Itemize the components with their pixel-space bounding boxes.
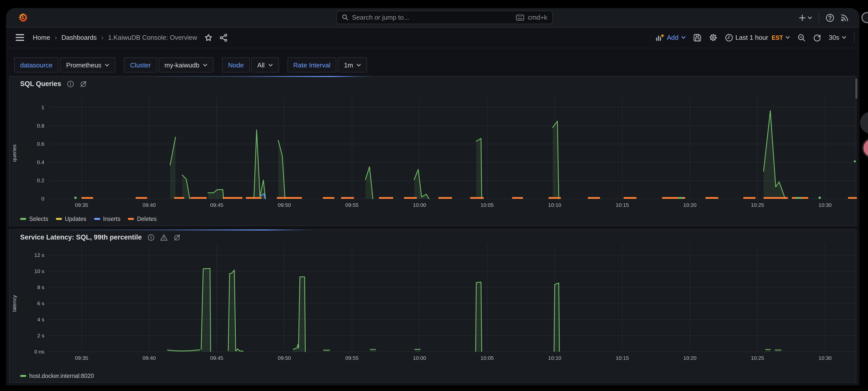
variable-rate-interval: Rate Interval 1m <box>287 57 367 72</box>
series-area <box>278 140 285 199</box>
y-axis-label: latency <box>11 295 17 312</box>
variable-value-dropdown[interactable]: 1m <box>338 57 367 72</box>
sql-queries-chart[interactable]: 00.20.40.60.8109:3509:4009:4509:5009:551… <box>9 76 857 226</box>
legend-item[interactable]: Inserts <box>94 216 120 222</box>
y-tick-label: 2 s <box>37 333 44 338</box>
service-latency-chart[interactable]: 0 ns2 s4 s6 s8 s10 s12 s09:3509:4009:450… <box>9 230 857 384</box>
y-axis-label: queries <box>11 144 17 162</box>
screenshot-stage: Search or jump to... cmd+k <box>0 0 868 391</box>
chevron-down-icon <box>203 63 208 67</box>
legend-label: host.docker.internal:8020 <box>29 373 94 379</box>
legend-item[interactable]: host.docker.internal:8020 <box>20 373 94 379</box>
y-tick-label: 6 s <box>37 300 44 306</box>
legend-color-pill <box>56 218 62 220</box>
x-tick-label: 09:50 <box>278 355 291 361</box>
panel-title: Service Latency: SQL, 99th percentile <box>20 233 142 241</box>
save-dashboard-button[interactable] <box>693 33 701 41</box>
rss-icon <box>841 13 849 22</box>
floating-pink-button-cutoff[interactable] <box>862 137 868 159</box>
variable-cluster: Cluster my-kaiwudb <box>124 57 214 72</box>
add-panel-label: Add <box>667 34 678 41</box>
news-rss-button[interactable] <box>841 13 849 22</box>
chevron-down-icon <box>105 63 110 67</box>
x-tick-label: 10:25 <box>751 202 764 208</box>
variable-label: datasource <box>20 61 53 69</box>
panel-sql-queries: SQL Queries 00.20.40.60.8109:3509:4009:4… <box>9 76 857 226</box>
search-input[interactable]: Search or jump to... cmd+k <box>336 10 553 24</box>
breadcrumb-dashboards[interactable]: Dashboards <box>61 34 97 41</box>
x-tick-label: 10:15 <box>616 202 629 208</box>
panel-header[interactable]: Service Latency: SQL, 99th percentile <box>20 233 181 241</box>
legend-color-pill <box>94 218 100 220</box>
search-shortcut: cmd+k <box>528 13 547 21</box>
help-button[interactable] <box>826 13 834 22</box>
panel-legend: host.docker.internal:8020 <box>20 373 94 379</box>
x-tick-label: 09:35 <box>75 202 88 208</box>
y-tick-label: 4 s <box>37 317 44 322</box>
add-panel-button[interactable]: Add <box>656 34 685 41</box>
y-tick-label: 0.4 <box>37 159 44 165</box>
x-tick-label: 10:20 <box>683 355 696 361</box>
page-scrollbar-thumb[interactable] <box>856 78 858 99</box>
clock-icon <box>725 33 733 41</box>
x-tick-label: 10:00 <box>413 355 426 361</box>
x-tick-label: 10:05 <box>480 355 494 361</box>
legend-item[interactable]: Deletes <box>128 216 157 222</box>
variable-value-dropdown[interactable]: my-kaiwudb <box>158 57 214 72</box>
x-tick-label: 10:30 <box>818 202 832 208</box>
chevron-down-icon <box>785 35 790 40</box>
breadcrumb-separator: › <box>101 34 103 41</box>
y-tick-label: 8 s <box>37 284 44 290</box>
refresh-icon <box>813 33 821 41</box>
info-circle-icon[interactable] <box>67 80 74 87</box>
x-tick-label: 09:45 <box>210 355 223 361</box>
legend-label: Inserts <box>103 216 120 222</box>
x-tick-label: 10:20 <box>683 202 696 208</box>
new-button[interactable] <box>799 14 812 22</box>
floating-button-cutoff[interactable] <box>860 112 868 134</box>
gear-icon <box>709 33 717 42</box>
y-tick-label: 0.6 <box>37 141 44 147</box>
time-range-label: Last 1 hour <box>735 34 768 41</box>
menu-toggle-button[interactable] <box>16 34 24 41</box>
breadcrumb-separator: › <box>55 34 57 41</box>
variable-label: Cluster <box>130 61 151 69</box>
refresh-off-icon[interactable] <box>173 234 181 241</box>
variable-value-dropdown[interactable]: All <box>251 57 279 72</box>
zoom-out-time-button[interactable] <box>798 33 806 41</box>
refresh-dashboard-button[interactable] <box>813 33 821 41</box>
floppy-save-icon <box>693 33 701 41</box>
time-range-picker[interactable]: Last 1 hour EST <box>725 33 790 41</box>
favorite-dashboard-button[interactable] <box>204 33 212 41</box>
refresh-off-icon[interactable] <box>79 80 87 87</box>
x-tick-label: 10:10 <box>548 202 561 208</box>
x-tick-label: 09:40 <box>143 202 156 208</box>
legend-label: Updates <box>65 216 86 222</box>
x-tick-label: 09:55 <box>345 202 359 208</box>
actions-divider <box>854 32 855 42</box>
refresh-interval-picker[interactable]: 30s <box>829 34 846 41</box>
chart-plus-icon <box>656 34 664 41</box>
legend-item[interactable]: Updates <box>56 216 86 222</box>
x-tick-label: 09:40 <box>143 355 156 361</box>
chevron-down-icon <box>268 63 273 67</box>
question-circle-icon <box>826 13 834 22</box>
grafana-window: Search or jump to... cmd+k <box>6 8 860 386</box>
panel-header[interactable]: SQL Queries <box>20 80 87 88</box>
timezone-label: EST <box>772 34 783 40</box>
grafana-logo-icon[interactable] <box>18 12 28 23</box>
info-circle-icon[interactable] <box>147 234 154 241</box>
legend-item[interactable]: Selects <box>20 216 48 222</box>
variable-value-dropdown[interactable]: Prometheus <box>60 57 116 72</box>
variable-datasource: datasource Prometheus <box>14 57 116 72</box>
user-avatar-cutoff[interactable] <box>862 12 868 23</box>
breadcrumb-home[interactable]: Home <box>33 34 50 41</box>
topbar-divider <box>819 12 819 23</box>
template-variables-row: datasource Prometheus Cluster my-kaiwudb… <box>14 57 367 72</box>
warning-triangle-icon[interactable] <box>160 234 167 241</box>
dashboard-settings-button[interactable] <box>709 33 717 42</box>
share-dashboard-button[interactable] <box>219 33 227 41</box>
x-tick-label: 09:45 <box>210 202 223 208</box>
x-tick-label: 10:00 <box>413 202 426 208</box>
top-nav-bar: Search or jump to... cmd+k <box>6 8 860 28</box>
